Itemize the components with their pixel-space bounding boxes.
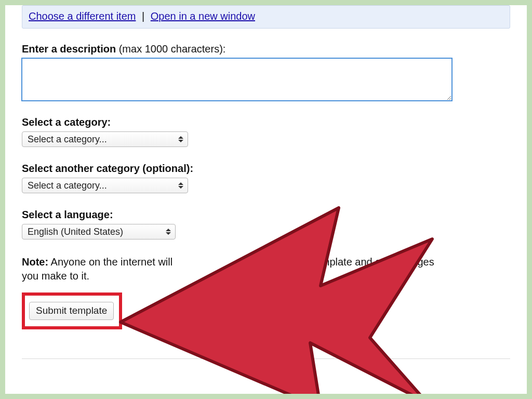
description-hint: (max 1000 characters):: [116, 43, 225, 55]
language-select[interactable]: English (United States): [22, 224, 176, 240]
description-label: Enter a description: [22, 43, 116, 55]
chevron-up-down-icon: [166, 229, 171, 235]
language-selected-value: English (United States): [28, 227, 161, 237]
description-input[interactable]: [22, 58, 452, 101]
chevron-up-down-icon: [178, 136, 183, 142]
category-select[interactable]: Select a category...: [22, 131, 188, 147]
note-bold: Note:: [22, 256, 48, 268]
separator: |: [139, 10, 148, 22]
note-text-before: Anyone on the internet will: [48, 256, 172, 268]
category-selected-value: Select a category...: [28, 134, 173, 145]
submit-highlight-box: Submit template: [22, 292, 122, 329]
category-label: Select a category:: [22, 116, 510, 128]
visibility-note: Note: Anyone on the internet will xxxxxx…: [22, 255, 453, 283]
open-new-window-link[interactable]: Open in a new window: [151, 10, 255, 22]
info-banner: Choose a different item | Open in a new …: [22, 5, 510, 29]
category2-label: Select another category (optional):: [22, 163, 510, 175]
language-field: Select a language: English (United State…: [22, 209, 510, 240]
divider: [22, 358, 510, 359]
choose-different-item-link[interactable]: Choose a different item: [29, 10, 136, 22]
language-label: Select a language:: [22, 209, 510, 221]
category2-selected-value: Select a category...: [28, 180, 173, 191]
category-field: Select a category: Select a category...: [22, 116, 510, 147]
submit-template-button[interactable]: Submit template: [29, 302, 114, 320]
chevron-up-down-icon: [178, 182, 183, 189]
category2-select[interactable]: Select a category...: [22, 178, 188, 193]
description-field: Enter a description (max 1000 characters…: [22, 43, 510, 101]
category2-field: Select another category (optional): Sele…: [22, 163, 510, 193]
